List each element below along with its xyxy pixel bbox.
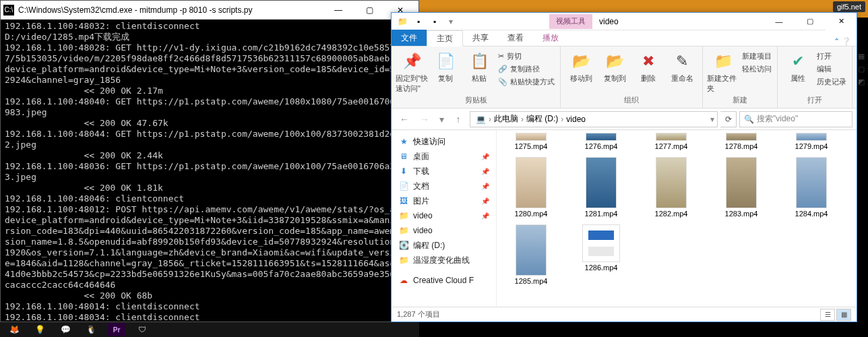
- cmd-title-text: C:\Windows\System32\cmd.exe - mitmdump -…: [18, 5, 323, 15]
- task-icon[interactable]: 🦊: [5, 323, 23, 336]
- newfolder-icon: 📁: [712, 51, 734, 72]
- nav-downloads[interactable]: ⬇下载📌: [393, 164, 495, 179]
- file-item[interactable]: 1283.mp4: [712, 157, 770, 218]
- move-icon: 📂: [570, 51, 592, 72]
- copy-to-button[interactable]: 📂复制到: [598, 51, 631, 84]
- ribbon-collapse[interactable]: ⌃ ❔: [828, 37, 857, 46]
- file-name: 1280.mp4: [515, 210, 548, 218]
- search-icon: 🔍: [744, 115, 754, 124]
- qat-item[interactable]: ▪: [410, 14, 427, 29]
- status-text: 1,287 个项目: [397, 309, 440, 319]
- pin-icon: 📌: [481, 212, 489, 220]
- task-icon[interactable]: 💡: [31, 323, 49, 336]
- paste-button[interactable]: 📋粘贴: [463, 51, 495, 84]
- file-item[interactable]: 1279.mp4: [782, 133, 840, 150]
- file-name: 1284.mp4: [795, 210, 828, 218]
- open-button[interactable]: 打开: [815, 51, 848, 62]
- tab-file[interactable]: 文件: [392, 30, 427, 46]
- up-button[interactable]: ↑: [450, 111, 467, 128]
- copyto-icon: 📂: [604, 51, 625, 72]
- folder-icon: 📁: [398, 211, 409, 220]
- tab-share[interactable]: 共享: [463, 30, 498, 46]
- crumb-pc[interactable]: 此电脑: [491, 113, 521, 125]
- address-bar[interactable]: 💻› 此电脑› 编程 (D:)› video ▾: [470, 111, 718, 127]
- file-item[interactable]: 1285.mp4: [502, 224, 560, 285]
- file-name: 1279.mp4: [795, 142, 828, 150]
- nav-drive[interactable]: 💽编程 (D:): [393, 238, 495, 253]
- tab-home[interactable]: 主页: [427, 30, 463, 47]
- addr-dropdown[interactable]: ▾: [710, 115, 714, 124]
- file-item[interactable]: 1275.mp4: [502, 133, 560, 150]
- file-item[interactable]: 1278.mp4: [712, 133, 770, 150]
- files-pane[interactable]: 1275.mp41276.mp41277.mp41278.mp41279.mp4…: [497, 130, 857, 308]
- icons-view-button[interactable]: ▦: [836, 309, 851, 321]
- history-button[interactable]: 历史记录: [815, 76, 848, 88]
- nav-creative-cloud[interactable]: ☁Creative Cloud F: [393, 273, 495, 288]
- explorer-titlebar[interactable]: 📁 ▪ ▪ ▾ 视频工具 video — ▢ ✕: [392, 13, 857, 30]
- task-icon[interactable]: 🛡: [133, 323, 151, 336]
- recent-button[interactable]: ▾: [436, 111, 447, 128]
- paste-shortcut-button[interactable]: 📎粘贴快捷方式: [497, 76, 556, 88]
- nav-documents[interactable]: 📄文档📌: [393, 179, 495, 193]
- nav-video1[interactable]: 📁video📌: [393, 208, 495, 223]
- edit-button[interactable]: 编辑: [815, 63, 848, 75]
- file-item[interactable]: 1281.mp4: [572, 157, 630, 218]
- qat-overflow[interactable]: ▾: [443, 14, 459, 29]
- details-view-button[interactable]: ☰: [820, 309, 835, 321]
- search-placeholder: 搜索"video": [757, 113, 798, 125]
- refresh-button[interactable]: ⟳: [720, 111, 737, 127]
- select-all-button[interactable]: ▦全部选择: [857, 51, 868, 62]
- crumb-folder[interactable]: video: [563, 115, 588, 124]
- nav-video2[interactable]: 📁video: [393, 223, 495, 238]
- crumb-drive[interactable]: 编程 (D:): [524, 113, 561, 125]
- minimize-button[interactable]: —: [764, 13, 795, 30]
- minimize-button[interactable]: —: [323, 1, 354, 20]
- premiere-icon[interactable]: Pr: [108, 323, 125, 336]
- new-item-button[interactable]: 新建项目: [741, 51, 773, 62]
- file-item[interactable]: 1284.mp4: [782, 157, 840, 218]
- nav-desktop[interactable]: 🖥桌面📌: [393, 149, 495, 164]
- ribbon-tabs: 文件 主页 共享 查看 播放 ⌃ ❔: [392, 30, 857, 47]
- taskbar[interactable]: 🦊 💡 💬 🐧 Pr 🛡: [0, 322, 419, 337]
- tab-view[interactable]: 查看: [498, 30, 533, 46]
- task-icon[interactable]: 🐧: [82, 323, 100, 336]
- maximize-button[interactable]: ▢: [354, 1, 385, 20]
- properties-button[interactable]: ✔属性: [782, 51, 814, 84]
- copy-button[interactable]: 📄复制: [429, 51, 462, 84]
- forward-button[interactable]: →: [416, 111, 433, 128]
- move-to-button[interactable]: 📂移动到: [565, 51, 597, 84]
- delete-button[interactable]: ✖删除: [632, 51, 664, 84]
- easy-access-button[interactable]: 轻松访问: [741, 63, 773, 75]
- task-icon[interactable]: 💬: [57, 323, 74, 336]
- thumbnail: [796, 133, 827, 141]
- file-item[interactable]: 1286.mp4: [572, 224, 630, 285]
- nav-quick-access[interactable]: ★快速访问: [393, 134, 495, 149]
- file-item[interactable]: 1277.mp4: [642, 133, 700, 150]
- nav-pictures[interactable]: 🖼图片📌: [393, 193, 495, 208]
- new-folder-button[interactable]: 📁新建文件夹: [707, 51, 739, 94]
- desktop-icon: 🖥: [398, 152, 409, 161]
- file-item[interactable]: 1280.mp4: [502, 157, 560, 218]
- close-button[interactable]: ✕: [826, 13, 857, 30]
- cut-button[interactable]: ✂剪切: [497, 51, 556, 62]
- file-name: 1283.mp4: [725, 210, 758, 218]
- cmd-titlebar[interactable]: C:\ C:\Windows\System32\cmd.exe - mitmdu…: [1, 1, 418, 20]
- qat-item[interactable]: ▪: [427, 14, 443, 29]
- copy-path-button[interactable]: 🔗复制路径: [497, 63, 556, 75]
- nav-temp[interactable]: 📁温湿度变化曲线: [393, 253, 495, 268]
- tab-play[interactable]: 播放: [533, 30, 568, 46]
- documents-icon: 📄: [398, 181, 409, 191]
- cmd-window: C:\ C:\Windows\System32\cmd.exe - mitmdu…: [0, 0, 419, 322]
- file-name: 1286.mp4: [585, 264, 618, 272]
- maximize-button[interactable]: ▢: [795, 13, 826, 30]
- select-none-button[interactable]: ▢全部取消: [857, 63, 868, 75]
- file-item[interactable]: 1282.mp4: [642, 157, 700, 218]
- invert-selection-button[interactable]: ◩反向选择: [857, 76, 868, 88]
- pin-quickaccess-button[interactable]: 📌固定到"快速访问": [396, 51, 428, 94]
- thumbnail: [516, 157, 547, 208]
- search-input[interactable]: 🔍 搜索"video": [739, 111, 852, 127]
- file-item[interactable]: 1276.mp4: [572, 133, 630, 150]
- back-button[interactable]: ←: [396, 111, 413, 128]
- group-label: 新建: [733, 94, 747, 106]
- rename-button[interactable]: ✎重命名: [666, 51, 698, 84]
